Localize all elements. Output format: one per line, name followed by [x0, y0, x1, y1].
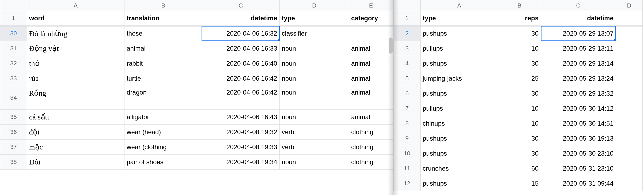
- cell[interactable]: [616, 161, 643, 176]
- cell[interactable]: đội: [27, 125, 124, 140]
- cell[interactable]: [616, 131, 643, 146]
- column-header[interactable]: D: [279, 0, 349, 11]
- cell[interactable]: 30: [498, 26, 541, 41]
- cell[interactable]: pair of shoes: [124, 155, 202, 170]
- cell[interactable]: 2020-05-29 13:14: [541, 56, 616, 71]
- cell[interactable]: 2020-04-06 16:42: [202, 86, 279, 110]
- cell[interactable]: animal: [349, 41, 393, 56]
- row-header[interactable]: 35: [0, 110, 27, 125]
- cell[interactable]: 10: [498, 41, 541, 56]
- cell[interactable]: animal: [349, 110, 393, 125]
- cell[interactable]: 25: [498, 71, 541, 86]
- column-header[interactable]: C: [202, 0, 279, 11]
- cell[interactable]: pullups: [421, 41, 498, 56]
- row-header[interactable]: 36: [0, 125, 27, 140]
- cell[interactable]: Đó là những: [27, 26, 124, 41]
- row-header[interactable]: 4: [394, 56, 421, 71]
- cell[interactable]: 30: [498, 131, 541, 146]
- column-header[interactable]: E: [349, 0, 393, 11]
- cell[interactable]: 2020-04-06 16:43: [202, 110, 279, 125]
- cell[interactable]: wear (clothing: [124, 140, 202, 155]
- cell[interactable]: crunches: [421, 161, 498, 176]
- column-header[interactable]: B: [124, 0, 202, 11]
- cell[interactable]: 2020-05-31 23:10: [541, 161, 616, 176]
- cell[interactable]: 30: [498, 86, 541, 101]
- cell[interactable]: pullups: [421, 101, 498, 116]
- header-cell[interactable]: type: [421, 11, 498, 26]
- cell[interactable]: rùa: [27, 71, 124, 86]
- cell[interactable]: [616, 41, 643, 56]
- cell[interactable]: [616, 116, 643, 131]
- cell[interactable]: Động vật: [27, 41, 124, 56]
- row-header[interactable]: 11: [394, 161, 421, 176]
- cell[interactable]: animal: [349, 56, 393, 71]
- cell[interactable]: verb: [279, 140, 349, 155]
- cell[interactable]: alligator: [124, 110, 202, 125]
- cell[interactable]: noun: [279, 86, 349, 110]
- row-header[interactable]: 1: [0, 11, 27, 26]
- cell[interactable]: 2020-05-29 13:24: [541, 71, 616, 86]
- row-header[interactable]: 2: [394, 26, 421, 41]
- cell[interactable]: pushups: [421, 56, 498, 71]
- cell[interactable]: 15: [498, 176, 541, 191]
- spreadsheet-right-table[interactable]: ABCD1typerepsdatetime2pushups302020-05-2…: [393, 0, 643, 191]
- row-header[interactable]: 33: [0, 71, 27, 86]
- row-header[interactable]: 6: [394, 86, 421, 101]
- column-header[interactable]: D: [616, 0, 643, 11]
- cell[interactable]: noun: [279, 41, 349, 56]
- row-header[interactable]: 37: [0, 140, 27, 155]
- cell[interactable]: pushups: [421, 86, 498, 101]
- cell[interactable]: mặc: [27, 140, 124, 155]
- header-cell[interactable]: datetime: [541, 11, 616, 26]
- corner-cell[interactable]: [0, 0, 27, 11]
- cell[interactable]: [616, 26, 643, 41]
- cell[interactable]: noun: [279, 155, 349, 170]
- cell[interactable]: 60: [498, 161, 541, 176]
- cell[interactable]: [349, 26, 393, 41]
- row-header[interactable]: 30: [0, 26, 27, 41]
- cell[interactable]: animal: [349, 71, 393, 86]
- column-header[interactable]: A: [421, 0, 498, 11]
- column-header[interactable]: A: [27, 0, 124, 11]
- cell[interactable]: [616, 56, 643, 71]
- column-header[interactable]: C: [541, 0, 616, 11]
- row-header[interactable]: 38: [0, 155, 27, 170]
- header-cell[interactable]: datetime: [202, 11, 279, 26]
- row-header[interactable]: 3: [394, 41, 421, 56]
- row-header[interactable]: 7: [394, 101, 421, 116]
- cell[interactable]: 10: [498, 101, 541, 116]
- cell[interactable]: thỏ: [27, 56, 124, 71]
- cell[interactable]: 2020-05-30 19:13: [541, 131, 616, 146]
- cell[interactable]: clothing: [349, 140, 393, 155]
- cell[interactable]: pushups: [421, 131, 498, 146]
- cell[interactable]: [616, 86, 643, 101]
- cell[interactable]: wear (head): [124, 125, 202, 140]
- cell[interactable]: Rồng: [27, 86, 124, 110]
- cell[interactable]: [616, 176, 643, 191]
- cell[interactable]: 10: [498, 116, 541, 131]
- row-header[interactable]: 10: [394, 146, 421, 161]
- cell[interactable]: [616, 101, 643, 116]
- cell[interactable]: 2020-04-06 16:40: [202, 56, 279, 71]
- header-cell[interactable]: category: [349, 11, 393, 26]
- row-header[interactable]: 31: [0, 41, 27, 56]
- cell[interactable]: 2020-05-29 13:07: [541, 26, 616, 41]
- cell[interactable]: cá sấu: [27, 110, 124, 125]
- header-cell[interactable]: translation: [124, 11, 202, 26]
- cell[interactable]: turtle: [124, 71, 202, 86]
- row-header[interactable]: 34: [0, 86, 27, 110]
- cell[interactable]: 2020-04-06 16:33: [202, 41, 279, 56]
- spreadsheet-left-table[interactable]: ABCDE1wordtranslationdatetimetypecategor…: [0, 0, 393, 170]
- cell[interactable]: 2020-04-08 19:34: [202, 155, 279, 170]
- column-header[interactable]: B: [498, 0, 541, 11]
- cell[interactable]: chinups: [421, 116, 498, 131]
- corner-cell[interactable]: [394, 0, 421, 11]
- scrollbar[interactable]: [389, 38, 393, 54]
- cell[interactable]: clothing: [349, 155, 393, 170]
- header-cell[interactable]: word: [27, 11, 124, 26]
- cell[interactable]: 2020-04-06 16:42: [202, 71, 279, 86]
- cell[interactable]: pushups: [421, 146, 498, 161]
- cell[interactable]: classifier: [279, 26, 349, 41]
- cell[interactable]: [616, 71, 643, 86]
- cell[interactable]: 2020-04-08 19:33: [202, 140, 279, 155]
